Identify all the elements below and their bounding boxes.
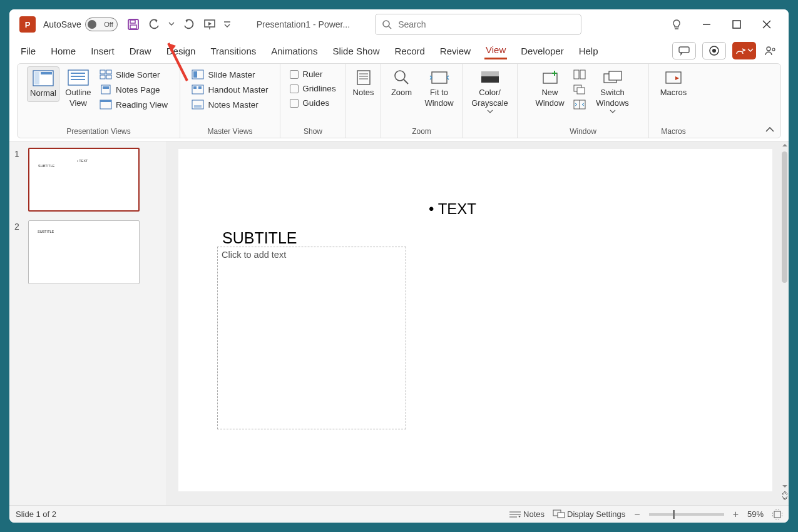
svg-rect-32: [100, 100, 111, 102]
new-window-button[interactable]: New Window: [532, 66, 568, 111]
svg-point-16: [767, 47, 770, 51]
notes-toggle[interactable]: Notes: [509, 509, 545, 519]
slide-master-button[interactable]: Slide Master: [189, 69, 270, 80]
scroll-up-arrow[interactable]: [782, 143, 788, 148]
tab-review[interactable]: Review: [439, 43, 472, 59]
svg-rect-30: [103, 86, 109, 89]
svg-point-6: [383, 21, 389, 27]
display-settings[interactable]: Display Settings: [553, 509, 625, 519]
minimize-button[interactable]: [698, 16, 715, 33]
arrange-all-icon: [573, 69, 586, 79]
group-zoom-label: Zoom: [386, 125, 457, 138]
vertical-scrollbar[interactable]: [780, 141, 789, 505]
ribbon-tabs: File Home Insert Draw Design Transitions…: [9, 39, 789, 62]
checkbox-icon: [290, 84, 299, 93]
slide-thumbnail-2[interactable]: SUBTITLE: [28, 220, 140, 284]
document-title: Presentation1 - Power...: [257, 19, 350, 29]
handout-master-button[interactable]: Handout Master: [189, 84, 270, 95]
maximize-button[interactable]: [729, 16, 745, 33]
tab-help[interactable]: Help: [578, 43, 600, 59]
scrollbar-thumb[interactable]: [782, 151, 787, 283]
group-window-label: Window: [523, 125, 643, 138]
guides-checkbox[interactable]: Guides: [287, 98, 338, 108]
next-slide-arrow[interactable]: [782, 496, 788, 501]
collapse-ribbon-button[interactable]: [765, 124, 774, 135]
fit-to-window-button[interactable]: Fit to Window: [421, 66, 458, 111]
svg-rect-38: [192, 100, 203, 109]
reading-view-icon: [100, 100, 112, 110]
svg-rect-56: [577, 88, 585, 94]
svg-rect-25: [100, 70, 105, 74]
undo-button[interactable]: [146, 16, 163, 33]
tab-insert[interactable]: Insert: [90, 43, 116, 59]
tab-view[interactable]: View: [484, 42, 507, 59]
gridlines-checkbox[interactable]: Gridlines: [287, 83, 338, 94]
comments-button[interactable]: [672, 42, 696, 59]
zoom-percent[interactable]: 59%: [747, 509, 764, 519]
arrange-all-button[interactable]: [571, 69, 588, 80]
status-bar: Slide 1 of 2 Notes Display Settings − + …: [9, 505, 789, 523]
color-grayscale-button[interactable]: Color/ Grayscale: [466, 66, 514, 116]
move-split-icon: [573, 100, 586, 110]
slide-thumbnail-1[interactable]: SUBTITLE • TEXT: [28, 148, 140, 212]
scroll-down-arrow[interactable]: [782, 484, 788, 489]
undo-dropdown[interactable]: [168, 16, 175, 33]
zoom-out[interactable]: −: [634, 509, 640, 520]
zoom-in[interactable]: +: [733, 509, 739, 520]
switch-windows-button[interactable]: Switch Windows: [591, 66, 635, 116]
notes-master-button[interactable]: Notes Master: [189, 99, 270, 110]
tab-draw[interactable]: Draw: [128, 43, 153, 59]
svg-rect-53: [574, 70, 579, 79]
tab-design[interactable]: Design: [165, 43, 197, 59]
save-button[interactable]: [125, 16, 141, 33]
svg-rect-2: [130, 25, 136, 29]
tips-button[interactable]: [668, 16, 685, 33]
slide-bullet-text[interactable]: • TEXT: [429, 200, 476, 218]
tab-slideshow[interactable]: Slide Show: [331, 43, 381, 59]
zoom-slider[interactable]: [649, 513, 724, 516]
close-button[interactable]: [759, 16, 775, 33]
fit-slide-button[interactable]: [772, 509, 782, 519]
svg-rect-60: [609, 71, 622, 80]
group-master-views-label: Master Views: [185, 125, 275, 138]
autosave-toggle[interactable]: Off: [85, 18, 118, 31]
prev-slide-arrow[interactable]: [782, 490, 788, 495]
present-from-beginning-button[interactable]: [202, 16, 218, 33]
outline-view-button[interactable]: Outline View: [62, 66, 95, 111]
notes-page-button[interactable]: Notes Page: [97, 84, 170, 95]
tab-developer[interactable]: Developer: [519, 43, 565, 59]
slide-canvas[interactable]: • TEXT SUBTITLE Click to add text: [178, 149, 772, 491]
search-input[interactable]: [398, 19, 575, 29]
slide-text-placeholder[interactable]: Click to add text: [217, 247, 406, 429]
notes-button[interactable]: Notes: [347, 66, 380, 101]
slide-subtitle[interactable]: SUBTITLE: [222, 229, 297, 247]
slide-counter[interactable]: Slide 1 of 2: [16, 509, 56, 519]
cascade-button[interactable]: [571, 84, 588, 95]
ruler-checkbox[interactable]: Ruler: [287, 69, 338, 79]
tab-home[interactable]: Home: [49, 43, 77, 59]
slide-sorter-button[interactable]: Slide Sorter: [97, 69, 170, 80]
zoom-button[interactable]: Zoom: [386, 66, 418, 101]
redo-button[interactable]: [180, 16, 197, 33]
tab-animations[interactable]: Animations: [270, 43, 319, 59]
cameo-button[interactable]: [702, 42, 726, 59]
tab-record[interactable]: Record: [393, 43, 426, 59]
teams-present-button[interactable]: [762, 43, 779, 59]
svg-rect-19: [34, 72, 39, 84]
search-icon: [382, 19, 392, 29]
qat-customize[interactable]: [223, 16, 232, 33]
macros-icon: [663, 69, 684, 86]
search-box[interactable]: [375, 14, 581, 35]
svg-rect-61: [666, 72, 681, 83]
tab-transitions[interactable]: Transitions: [209, 43, 257, 59]
tab-file[interactable]: File: [19, 43, 37, 59]
svg-rect-36: [193, 86, 197, 89]
share-button[interactable]: [732, 42, 756, 59]
move-split-button[interactable]: [571, 99, 588, 110]
reading-view-button[interactable]: Reading View: [97, 99, 170, 110]
normal-view-button[interactable]: Normal: [27, 66, 59, 102]
macros-button[interactable]: Macros: [657, 66, 690, 101]
svg-point-15: [712, 49, 716, 53]
app-icon: P: [19, 16, 36, 33]
checkbox-icon: [290, 99, 299, 108]
